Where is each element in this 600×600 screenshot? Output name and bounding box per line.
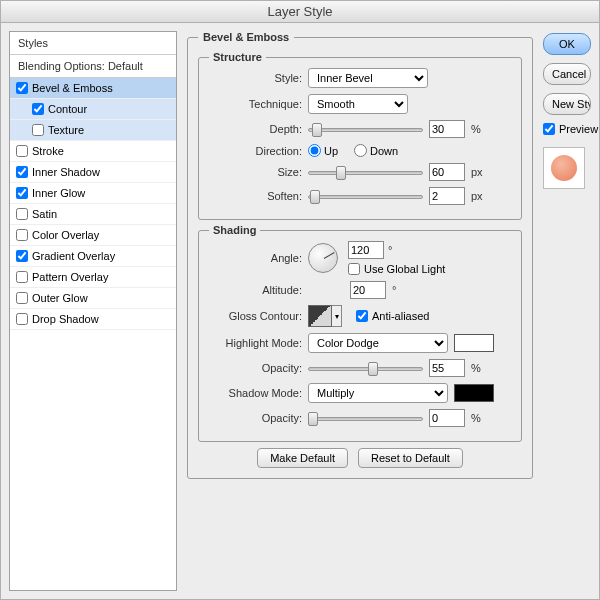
- sidebar-item-color-overlay[interactable]: Color Overlay: [10, 225, 176, 246]
- sidebar-checkbox[interactable]: [16, 313, 28, 325]
- sidebar-item-inner-glow[interactable]: Inner Glow: [10, 183, 176, 204]
- shadow-opacity-unit: %: [471, 412, 481, 424]
- shadow-opacity-label: Opacity:: [207, 412, 302, 424]
- shadow-color-swatch[interactable]: [454, 384, 494, 402]
- sidebar-checkbox[interactable]: [16, 271, 28, 283]
- sidebar-item-label: Color Overlay: [32, 229, 99, 241]
- sidebar-header-styles[interactable]: Styles: [10, 32, 176, 55]
- sidebar-item-label: Texture: [48, 124, 84, 136]
- shading-legend: Shading: [209, 224, 260, 236]
- sidebar-item-bevel-emboss[interactable]: Bevel & Emboss: [10, 78, 176, 99]
- reset-default-button[interactable]: Reset to Default: [358, 448, 463, 468]
- cancel-button[interactable]: Cancel: [543, 63, 591, 85]
- shadow-opacity-input[interactable]: [429, 409, 465, 427]
- altitude-input[interactable]: [350, 281, 386, 299]
- size-slider[interactable]: [308, 165, 423, 179]
- global-light-checkbox[interactable]: Use Global Light: [348, 263, 445, 275]
- gloss-contour-dropdown-icon[interactable]: ▾: [332, 305, 342, 327]
- sidebar-item-label: Bevel & Emboss: [32, 82, 113, 94]
- new-style-button[interactable]: New Style...: [543, 93, 591, 115]
- depth-unit: %: [471, 123, 481, 135]
- highlight-color-swatch[interactable]: [454, 334, 494, 352]
- right-panel: OK Cancel New Style... Preview: [543, 31, 591, 591]
- bevel-emboss-legend: Bevel & Emboss: [198, 31, 294, 43]
- sidebar-checkbox[interactable]: [16, 145, 28, 157]
- anti-aliased-checkbox[interactable]: Anti-aliased: [356, 310, 429, 322]
- depth-label: Depth:: [207, 123, 302, 135]
- soften-input[interactable]: [429, 187, 465, 205]
- sidebar-item-label: Stroke: [32, 145, 64, 157]
- sidebar-item-contour[interactable]: Contour: [10, 99, 176, 120]
- direction-up-radio[interactable]: Up: [308, 144, 338, 157]
- altitude-unit: °: [392, 284, 396, 296]
- sidebar-item-label: Inner Shadow: [32, 166, 100, 178]
- angle-label: Angle:: [207, 252, 302, 264]
- sidebar-item-pattern-overlay[interactable]: Pattern Overlay: [10, 267, 176, 288]
- sidebar-checkbox[interactable]: [32, 103, 44, 115]
- styles-sidebar: Styles Blending Options: Default Bevel &…: [9, 31, 177, 591]
- highlight-opacity-slider[interactable]: [308, 361, 423, 375]
- sidebar-item-label: Inner Glow: [32, 187, 85, 199]
- content: Styles Blending Options: Default Bevel &…: [1, 23, 599, 599]
- gloss-contour-label: Gloss Contour:: [207, 310, 302, 322]
- angle-dial[interactable]: [308, 243, 338, 273]
- highlight-mode-select[interactable]: Color Dodge: [308, 333, 448, 353]
- sidebar-item-label: Outer Glow: [32, 292, 88, 304]
- main-panel: Bevel & Emboss Structure Style: Inner Be…: [187, 31, 533, 591]
- make-default-button[interactable]: Make Default: [257, 448, 348, 468]
- depth-slider[interactable]: [308, 122, 423, 136]
- highlight-opacity-label: Opacity:: [207, 362, 302, 374]
- direction-down-radio[interactable]: Down: [354, 144, 398, 157]
- depth-input[interactable]: [429, 120, 465, 138]
- sidebar-item-label: Pattern Overlay: [32, 271, 108, 283]
- sidebar-item-stroke[interactable]: Stroke: [10, 141, 176, 162]
- sidebar-checkbox[interactable]: [16, 250, 28, 262]
- soften-unit: px: [471, 190, 483, 202]
- shading-group: Shading Angle: ° Use Global Light: [198, 230, 522, 442]
- technique-select[interactable]: Smooth: [308, 94, 408, 114]
- preview-swatch: [551, 155, 577, 181]
- sidebar-item-texture[interactable]: Texture: [10, 120, 176, 141]
- highlight-opacity-input[interactable]: [429, 359, 465, 377]
- ok-button[interactable]: OK: [543, 33, 591, 55]
- soften-label: Soften:: [207, 190, 302, 202]
- shadow-mode-select[interactable]: Multiply: [308, 383, 448, 403]
- technique-label: Technique:: [207, 98, 302, 110]
- sidebar-item-label: Drop Shadow: [32, 313, 99, 325]
- sidebar-item-outer-glow[interactable]: Outer Glow: [10, 288, 176, 309]
- shadow-opacity-slider[interactable]: [308, 411, 423, 425]
- size-unit: px: [471, 166, 483, 178]
- sidebar-item-drop-shadow[interactable]: Drop Shadow: [10, 309, 176, 330]
- direction-label: Direction:: [207, 145, 302, 157]
- preview-box: [543, 147, 585, 189]
- style-label: Style:: [207, 72, 302, 84]
- sidebar-item-satin[interactable]: Satin: [10, 204, 176, 225]
- titlebar: Layer Style: [1, 1, 599, 23]
- soften-slider[interactable]: [308, 189, 423, 203]
- angle-unit: °: [388, 244, 392, 256]
- sidebar-checkbox[interactable]: [16, 166, 28, 178]
- sidebar-checkbox[interactable]: [16, 187, 28, 199]
- shadow-mode-label: Shadow Mode:: [207, 387, 302, 399]
- size-label: Size:: [207, 166, 302, 178]
- sidebar-checkbox[interactable]: [16, 208, 28, 220]
- gloss-contour-swatch[interactable]: [308, 305, 332, 327]
- sidebar-item-inner-shadow[interactable]: Inner Shadow: [10, 162, 176, 183]
- sidebar-checkbox[interactable]: [16, 292, 28, 304]
- altitude-label: Altitude:: [207, 284, 302, 296]
- sidebar-checkbox[interactable]: [16, 229, 28, 241]
- structure-legend: Structure: [209, 51, 266, 63]
- layer-style-window: Layer Style Styles Blending Options: Def…: [0, 0, 600, 600]
- bevel-emboss-group: Bevel & Emboss Structure Style: Inner Be…: [187, 31, 533, 479]
- sidebar-item-gradient-overlay[interactable]: Gradient Overlay: [10, 246, 176, 267]
- highlight-mode-label: Highlight Mode:: [207, 337, 302, 349]
- sidebar-checkbox[interactable]: [16, 82, 28, 94]
- sidebar-item-label: Satin: [32, 208, 57, 220]
- structure-group: Structure Style: Inner Bevel Technique: …: [198, 57, 522, 220]
- angle-input[interactable]: [348, 241, 384, 259]
- sidebar-checkbox[interactable]: [32, 124, 44, 136]
- style-select[interactable]: Inner Bevel: [308, 68, 428, 88]
- size-input[interactable]: [429, 163, 465, 181]
- sidebar-header-blending[interactable]: Blending Options: Default: [10, 55, 176, 78]
- preview-checkbox[interactable]: Preview: [543, 123, 591, 135]
